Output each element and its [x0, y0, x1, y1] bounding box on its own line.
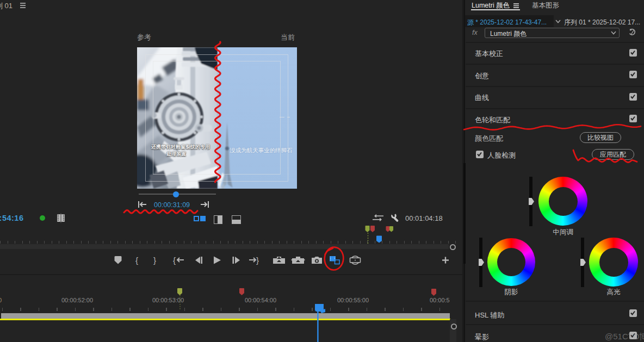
svg-text:{: {	[135, 256, 138, 265]
svg-text:{: {	[173, 256, 176, 265]
svg-text:}: }	[256, 256, 259, 265]
svg-text:}: }	[153, 256, 156, 265]
